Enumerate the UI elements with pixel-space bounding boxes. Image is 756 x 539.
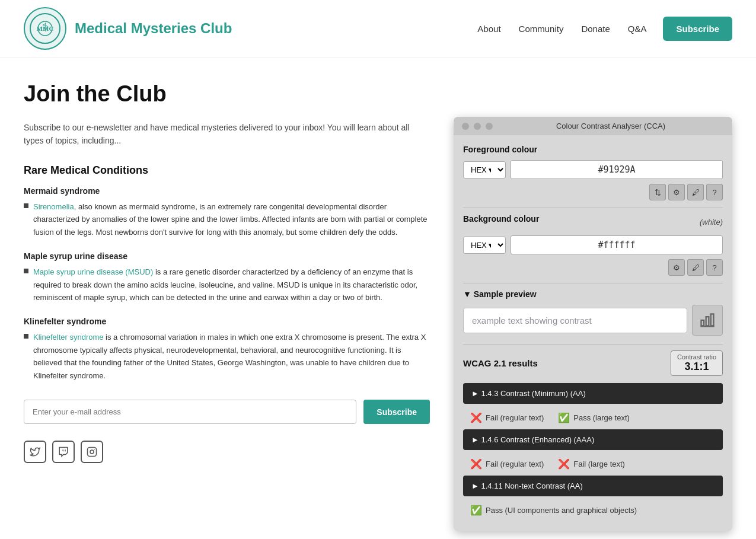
bullet-mermaid: Sirenomelia, also known as mermaid syndr…	[24, 200, 430, 238]
nav-community[interactable]: Community	[512, 20, 571, 37]
background-value-input[interactable]	[511, 235, 723, 254]
titlebar-dot-2	[474, 123, 481, 130]
contrast-ratio-box: Contrast ratio 3.1:1	[671, 350, 723, 376]
left-column: Join the Club Subscribe to our e-newslet…	[24, 81, 430, 531]
nav-qa[interactable]: Q&A	[621, 20, 654, 37]
result-143-large-text: Pass (large text)	[573, 413, 630, 422]
wcag-results-146: ❌ Fail (regular text) ❌ Fail (large text…	[463, 455, 723, 476]
wcag-row-143-label: ► 1.4.3 Contrast (Minimum) (AA)	[471, 389, 586, 398]
titlebar-dot-3	[486, 123, 493, 130]
nav-donate[interactable]: Donate	[574, 20, 617, 37]
foreground-help-icon[interactable]: ?	[706, 184, 723, 200]
sample-preview-area: example text showing contrast	[463, 305, 723, 336]
foreground-format-select[interactable]: HEX ▾	[463, 161, 506, 178]
wcag-row-143[interactable]: ► 1.4.3 Contrast (Minimum) (AA)	[463, 383, 723, 404]
bullet-icon-klinefelter	[24, 334, 28, 339]
result-146-regular-text: Fail (regular text)	[486, 460, 544, 468]
result-1411-pass: ✅ Pass (UI components and graphical obje…	[470, 505, 637, 516]
background-picker-icon[interactable]: 🖊	[687, 259, 704, 276]
titlebar-dot-1	[462, 123, 469, 130]
chart-icon[interactable]	[692, 305, 723, 336]
result-143-regular: ❌ Fail (regular text)	[470, 412, 544, 423]
svg-rect-9	[711, 314, 714, 326]
right-column: Colour Contrast Analyser (CCA) Foregroun…	[454, 117, 732, 531]
condition-name-mermaid: Mermaid syndrome	[24, 186, 430, 196]
cca-title: Colour Contrast Analyser (CCA)	[497, 122, 724, 130]
svg-point-5	[90, 450, 94, 454]
pass-icon-143-large: ✅	[558, 412, 570, 423]
cca-body: Foreground colour HEX ▾ ⇅ ⚙ 🖊 ? Backgro	[454, 135, 732, 531]
foreground-picker-icon[interactable]: 🖊	[687, 184, 704, 200]
wcag-header: WCAG 2.1 results Contrast ratio 3.1:1	[463, 350, 723, 376]
svg-point-6	[94, 449, 95, 450]
wcag-results-143: ❌ Fail (regular text) ✅ Pass (large text…	[463, 409, 723, 429]
cca-tool: Colour Contrast Analyser (CCA) Foregroun…	[454, 117, 732, 531]
svg-rect-7	[701, 320, 704, 326]
condition-link-klinefelter[interactable]: Klinefelter syndrome	[33, 333, 104, 342]
twitter-icon[interactable]	[24, 441, 46, 463]
contrast-ratio-label: Contrast ratio	[677, 353, 716, 361]
bullet-klinefelter: Klinefelter syndrome is a chromosomal va…	[24, 331, 430, 382]
form-subscribe-button[interactable]: Subscribe	[363, 400, 430, 424]
condition-mermaid: Mermaid syndrome Sirenomelia, also known…	[24, 186, 430, 238]
section-title: Rare Medical Conditions	[24, 164, 430, 177]
wcag-row-146[interactable]: ► 1.4.6 Contrast (Enhanced) (AAA)	[463, 429, 723, 450]
condition-text-rest-mermaid: , also known as mermaid syndrome, is an …	[33, 202, 428, 237]
header-subscribe-button[interactable]: Subscribe	[663, 17, 732, 41]
header-left: ⚕ MMC Medical Mysteries Club	[24, 7, 232, 50]
page-title: Join the Club	[24, 81, 430, 107]
foreground-label: Foreground colour	[463, 145, 723, 154]
contrast-ratio-value: 3.1:1	[677, 361, 716, 373]
result-1411-pass-text: Pass (UI components and graphical object…	[486, 506, 637, 515]
intro-text: Subscribe to our e-newsletter and have m…	[24, 121, 430, 148]
svg-rect-4	[88, 448, 97, 457]
pass-icon-1411: ✅	[470, 505, 482, 516]
subscribe-form: Subscribe	[24, 400, 430, 424]
background-help-icon[interactable]: ?	[706, 259, 723, 276]
wcag-row-146-label: ► 1.4.6 Contrast (Enhanced) (AAA)	[471, 435, 594, 444]
background-header: Background colour (white)	[463, 214, 723, 229]
divider-3	[463, 344, 723, 345]
background-label: Background colour	[463, 214, 539, 224]
logo: ⚕ MMC	[24, 7, 66, 50]
header-nav: About Community Donate Q&A Subscribe	[470, 17, 732, 41]
foreground-swap-icon[interactable]: ⇅	[649, 184, 666, 200]
condition-msud: Maple syrup urine disease Maple syrup ur…	[24, 251, 430, 304]
background-icon-row: ⚙ 🖊 ?	[463, 259, 723, 276]
condition-klinefelter: Klinefelter syndrome Klinefelter syndrom…	[24, 317, 430, 382]
condition-text-msud: Maple syrup urine disease (MSUD) is a ra…	[33, 266, 430, 304]
nav-about[interactable]: About	[470, 20, 508, 37]
condition-link-msud[interactable]: Maple syrup urine disease (MSUD)	[33, 267, 153, 276]
svg-rect-8	[706, 317, 709, 326]
cca-titlebar: Colour Contrast Analyser (CCA)	[454, 117, 732, 135]
instagram-icon[interactable]	[81, 441, 103, 463]
header: ⚕ MMC Medical Mysteries Club About Commu…	[0, 0, 756, 58]
result-146-large: ❌ Fail (large text)	[558, 458, 625, 470]
background-adjust-icon[interactable]: ⚙	[668, 259, 685, 276]
twitch-icon[interactable]	[52, 441, 75, 463]
wcag-title: WCAG 2.1 results	[463, 358, 538, 368]
fail-icon-146-large: ❌	[558, 458, 570, 470]
background-white-label: (white)	[700, 218, 723, 227]
result-143-regular-text: Fail (regular text)	[486, 413, 544, 422]
divider-1	[463, 208, 723, 208]
result-146-large-text: Fail (large text)	[573, 460, 625, 468]
social-icons	[24, 441, 430, 463]
condition-text-mermaid: Sirenomelia, also known as mermaid syndr…	[33, 200, 430, 238]
wcag-row-1411[interactable]: ► 1.4.11 Non-text Contrast (AA)	[463, 476, 723, 496]
background-row: HEX ▾	[463, 235, 723, 254]
logo-icon: ⚕ MMC	[29, 12, 61, 44]
result-143-large: ✅ Pass (large text)	[558, 412, 630, 423]
bullet-icon-mermaid	[24, 203, 28, 208]
foreground-adjust-icon[interactable]: ⚙	[668, 184, 685, 200]
condition-link-sirenomelia[interactable]: Sirenomelia	[33, 202, 74, 211]
main-content: Join the Club Subscribe to our e-newslet…	[0, 58, 756, 539]
background-format-select[interactable]: HEX ▾	[463, 237, 506, 254]
foreground-row: HEX ▾	[463, 160, 723, 179]
bullet-icon-msud	[24, 269, 28, 273]
condition-name-msud: Maple syrup urine disease	[24, 251, 430, 261]
result-146-regular: ❌ Fail (regular text)	[470, 458, 544, 470]
email-field[interactable]	[24, 400, 356, 424]
foreground-value-input[interactable]	[511, 160, 723, 179]
condition-name-klinefelter: Klinefelter syndrome	[24, 317, 430, 326]
